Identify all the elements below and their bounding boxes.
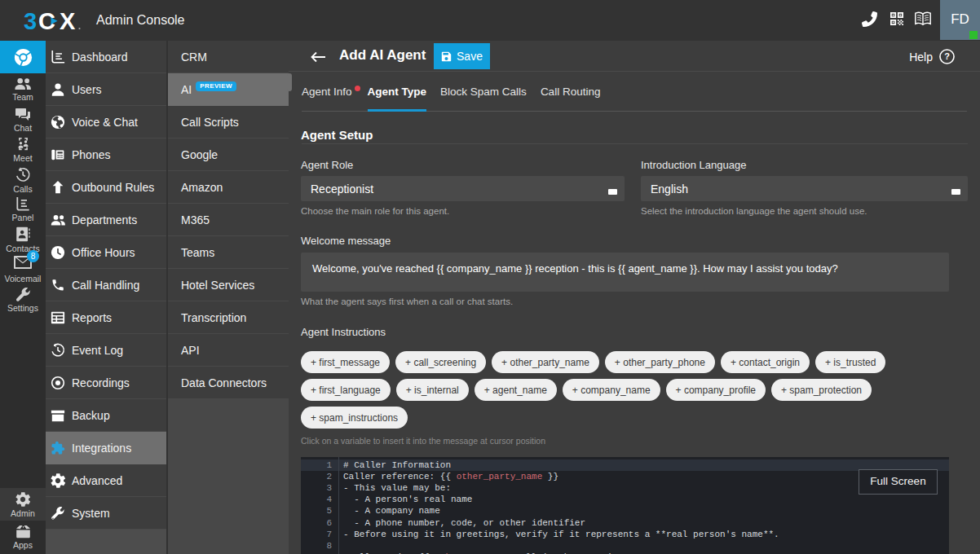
svg-text:?: ? bbox=[944, 51, 950, 61]
svg-text:X: X bbox=[60, 8, 76, 34]
svg-text:3: 3 bbox=[24, 8, 37, 34]
